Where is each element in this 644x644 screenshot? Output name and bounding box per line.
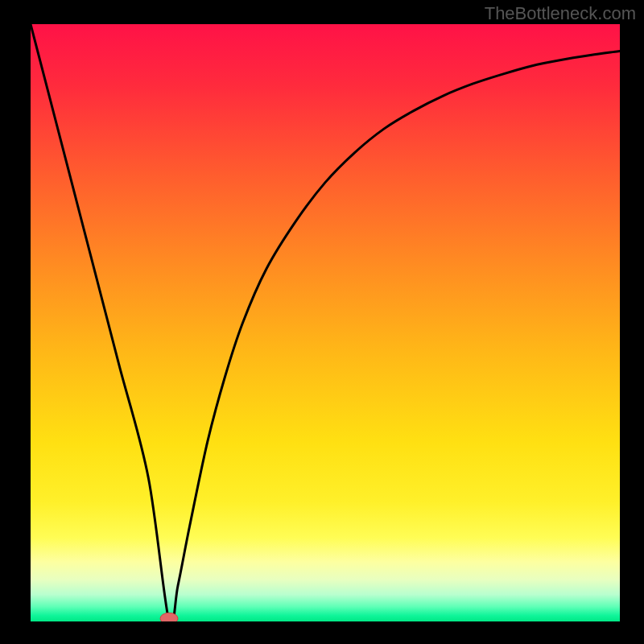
plot-area <box>31 24 620 621</box>
chart-frame: TheBottleneck.com <box>0 0 644 644</box>
attribution-text: TheBottleneck.com <box>485 3 636 24</box>
bottleneck-plot <box>31 24 620 621</box>
gradient-background <box>31 24 620 621</box>
optimal-point-marker <box>160 613 178 621</box>
